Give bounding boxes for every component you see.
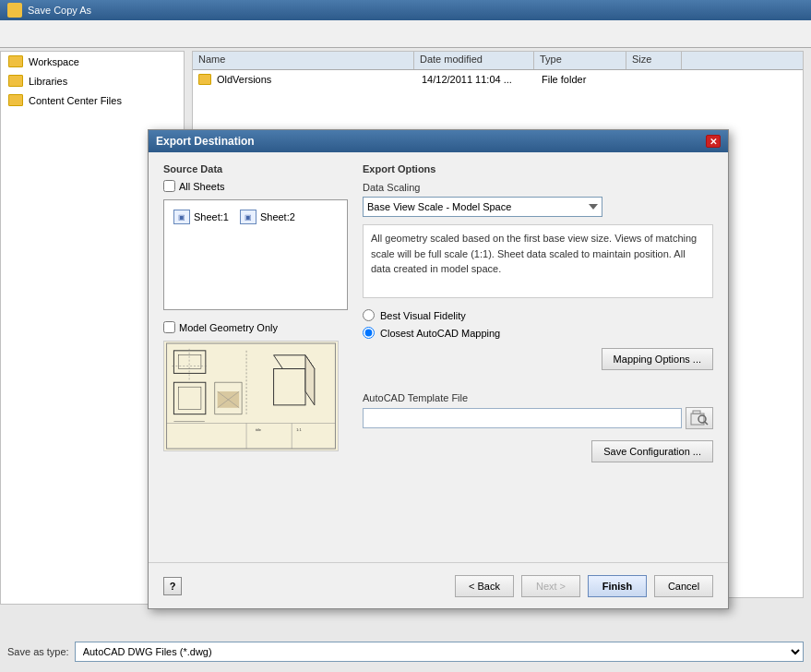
app-title-bar: Save Copy As	[0, 0, 811, 20]
radio-closest-mapping-label: Closest AutoCAD Mapping	[380, 328, 500, 339]
mapping-options-button[interactable]: Mapping Options ...	[602, 348, 713, 370]
modal-body: Source Data All Sheets ▣ Sheet:1 ▣ Sheet…	[149, 152, 728, 562]
app-icon	[7, 3, 22, 18]
sidebar-item-content-center[interactable]: Content Center Files	[1, 90, 184, 110]
footer-left: ?	[163, 577, 182, 595]
svg-text:title: title	[256, 427, 261, 432]
col-size: Size	[626, 52, 682, 69]
export-options-panel: Export Options Data Scaling Base View Sc…	[363, 163, 713, 551]
file-list-header: Name Date modified Type Size	[193, 52, 803, 70]
file-date: 14/12/2011 11:04 ...	[416, 74, 536, 85]
modal-footer: ? < Back Next > Finish Cancel	[149, 562, 728, 608]
model-geometry-label: Model Geometry Only	[179, 322, 278, 333]
svg-text:1:1: 1:1	[296, 427, 301, 432]
file-folder-icon	[198, 74, 211, 85]
all-sheets-label: All Sheets	[179, 181, 225, 192]
export-destination-dialog: Export Destination ✕ Source Data All She…	[148, 129, 729, 609]
preview-svg: title 1:1	[164, 342, 338, 450]
app-title: Save Copy As	[28, 5, 91, 16]
data-scaling-label: Data Scaling	[363, 182, 713, 193]
model-geometry-checkbox[interactable]	[163, 321, 175, 333]
footer-right: < Back Next > Finish Cancel	[455, 575, 713, 597]
table-row[interactable]: OldVersions 14/12/2011 11:04 ... File fo…	[193, 70, 803, 89]
sidebar-item-workspace[interactable]: Workspace	[1, 52, 184, 71]
sheets-box: ▣ Sheet:1 ▣ Sheet:2	[163, 199, 348, 310]
drawing-preview: title 1:1	[163, 341, 339, 451]
sheet-1-icon: ▣	[173, 210, 190, 224]
modal-title-bar: Export Destination ✕	[149, 130, 728, 152]
libraries-folder-icon	[8, 75, 23, 87]
save-as-type-label: Save as type:	[7, 646, 69, 657]
col-date: Date modified	[414, 52, 534, 69]
radio-closest-mapping-input[interactable]	[363, 327, 375, 339]
template-file-input[interactable]	[363, 408, 682, 428]
back-button[interactable]: < Back	[455, 575, 514, 597]
sheet-1-label: Sheet:1	[194, 211, 229, 222]
sheet-2-label: Sheet:2	[260, 211, 295, 222]
help-button[interactable]: ?	[163, 577, 182, 595]
source-data-panel: Source Data All Sheets ▣ Sheet:1 ▣ Sheet…	[163, 163, 348, 551]
export-options-label: Export Options	[363, 163, 713, 174]
app-window: Save Copy As Workspace Libraries Content…	[0, 0, 811, 672]
browse-template-button[interactable]	[686, 407, 713, 429]
radio-best-visual-label: Best Visual Fidelity	[380, 310, 466, 321]
content-center-folder-icon	[8, 94, 23, 106]
col-name: Name	[193, 52, 414, 69]
toolbar	[0, 20, 811, 48]
sheet-2-icon: ▣	[240, 210, 256, 224]
sidebar-item-libraries[interactable]: Libraries	[1, 71, 184, 90]
scaling-dropdown-row: Base View Scale - Model Space 1:1 Custom	[363, 197, 713, 217]
finish-button[interactable]: Finish	[588, 575, 647, 597]
save-configuration-button[interactable]: Save Configuration ...	[591, 440, 713, 462]
sheet-item-1[interactable]: ▣ Sheet:1	[172, 208, 231, 226]
model-geometry-row: Model Geometry Only	[163, 321, 348, 333]
modal-title: Export Destination	[156, 135, 255, 148]
file-type: File folder	[536, 74, 628, 85]
svg-line-27	[705, 422, 708, 425]
col-type: Type	[534, 52, 626, 69]
source-data-label: Source Data	[163, 163, 348, 174]
cancel-button[interactable]: Cancel	[654, 575, 713, 597]
scaling-description: All geometry scaled based on the first b…	[363, 224, 713, 298]
browse-icon	[690, 410, 709, 426]
file-name: OldVersions	[217, 74, 416, 85]
next-button[interactable]: Next >	[521, 575, 580, 597]
radio-best-visual: Best Visual Fidelity	[363, 309, 713, 321]
sidebar-label-content-center: Content Center Files	[29, 95, 122, 106]
sidebar-label-workspace: Workspace	[29, 56, 79, 67]
all-sheets-checkbox[interactable]	[163, 180, 175, 192]
scaling-dropdown[interactable]: Base View Scale - Model Space 1:1 Custom	[363, 197, 602, 217]
save-as-type-select[interactable]: AutoCAD DWG Files (*.dwg)	[75, 642, 804, 662]
template-row	[363, 407, 713, 429]
workspace-folder-icon	[8, 55, 23, 67]
sheet-item-2[interactable]: ▣ Sheet:2	[238, 208, 297, 226]
autocad-template-label: AutoCAD Template File	[363, 392, 713, 403]
modal-close-button[interactable]: ✕	[706, 135, 721, 148]
save-as-row: Save as type: AutoCAD DWG Files (*.dwg)	[0, 639, 811, 665]
all-sheets-row: All Sheets	[163, 180, 348, 192]
svg-rect-28	[693, 411, 700, 414]
radio-closest-mapping: Closest AutoCAD Mapping	[363, 327, 713, 339]
radio-group: Best Visual Fidelity Closest AutoCAD Map…	[363, 309, 713, 339]
radio-best-visual-input[interactable]	[363, 309, 375, 321]
sidebar-label-libraries: Libraries	[29, 76, 67, 87]
